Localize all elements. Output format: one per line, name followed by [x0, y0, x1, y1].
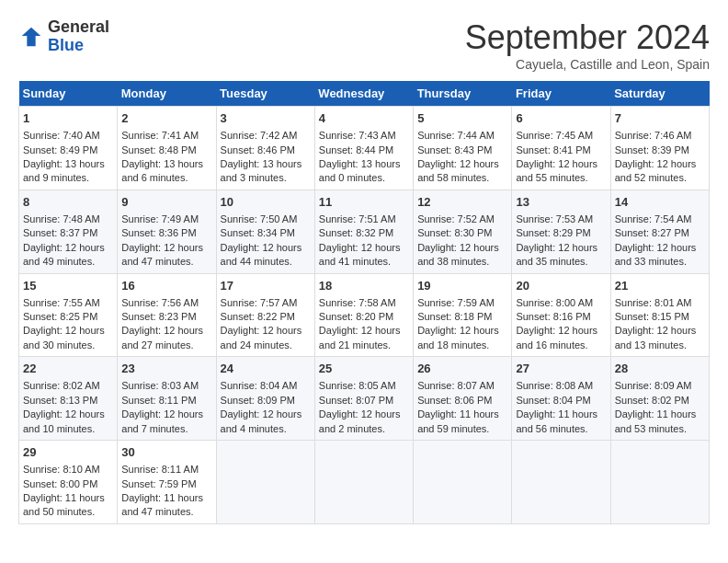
day-header-thursday: Thursday	[414, 81, 512, 107]
calendar-day-16: 16Sunrise: 7:56 AMSunset: 8:23 PMDayligh…	[118, 273, 216, 357]
calendar-day-empty	[610, 441, 709, 524]
calendar-day-empty	[216, 441, 314, 524]
calendar-day-5: 5Sunrise: 7:44 AMSunset: 8:43 PMDaylight…	[414, 107, 512, 190]
calendar-day-2: 2Sunrise: 7:41 AMSunset: 8:48 PMDaylight…	[118, 107, 216, 190]
page-header: General Blue September 2024 Cayuela, Cas…	[18, 18, 710, 72]
calendar-day-8: 8Sunrise: 7:48 AMSunset: 8:37 PMDaylight…	[19, 190, 118, 273]
calendar-day-28: 28Sunrise: 8:09 AMSunset: 8:02 PMDayligh…	[610, 357, 709, 441]
calendar-day-20: 20Sunrise: 8:00 AMSunset: 8:16 PMDayligh…	[512, 273, 610, 357]
calendar-day-15: 15Sunrise: 7:55 AMSunset: 8:25 PMDayligh…	[19, 273, 118, 357]
calendar-day-19: 19Sunrise: 7:59 AMSunset: 8:18 PMDayligh…	[414, 273, 512, 357]
calendar-day-29: 29Sunrise: 8:10 AMSunset: 8:00 PMDayligh…	[19, 441, 118, 524]
calendar-day-9: 9Sunrise: 7:49 AMSunset: 8:36 PMDaylight…	[118, 190, 216, 273]
calendar-day-empty	[512, 441, 610, 524]
calendar-day-18: 18Sunrise: 7:58 AMSunset: 8:20 PMDayligh…	[314, 273, 413, 357]
calendar-day-30: 30Sunrise: 8:11 AMSunset: 7:59 PMDayligh…	[118, 441, 216, 524]
calendar-day-6: 6Sunrise: 7:45 AMSunset: 8:41 PMDaylight…	[512, 107, 610, 190]
calendar-day-12: 12Sunrise: 7:52 AMSunset: 8:30 PMDayligh…	[414, 190, 512, 273]
calendar-day-14: 14Sunrise: 7:54 AMSunset: 8:27 PMDayligh…	[610, 190, 709, 273]
day-header-sunday: Sunday	[19, 81, 118, 107]
day-header-wednesday: Wednesday	[314, 81, 413, 107]
calendar-day-17: 17Sunrise: 7:57 AMSunset: 8:22 PMDayligh…	[216, 273, 314, 357]
day-header-tuesday: Tuesday	[216, 81, 314, 107]
calendar-day-23: 23Sunrise: 8:03 AMSunset: 8:11 PMDayligh…	[118, 357, 216, 441]
calendar-day-empty	[314, 441, 413, 524]
calendar-day-26: 26Sunrise: 8:07 AMSunset: 8:06 PMDayligh…	[414, 357, 512, 441]
location-subtitle: Cayuela, Castille and Leon, Spain	[465, 57, 710, 72]
calendar-header-row: SundayMondayTuesdayWednesdayThursdayFrid…	[19, 81, 710, 107]
calendar-day-11: 11Sunrise: 7:51 AMSunset: 8:32 PMDayligh…	[314, 190, 413, 273]
svg-marker-0	[22, 28, 41, 47]
day-header-friday: Friday	[512, 81, 610, 107]
calendar-week-2: 8Sunrise: 7:48 AMSunset: 8:37 PMDaylight…	[19, 190, 710, 273]
calendar-week-1: 1Sunrise: 7:40 AMSunset: 8:49 PMDaylight…	[19, 107, 710, 190]
calendar-day-27: 27Sunrise: 8:08 AMSunset: 8:04 PMDayligh…	[512, 357, 610, 441]
calendar-day-1: 1Sunrise: 7:40 AMSunset: 8:49 PMDaylight…	[19, 107, 118, 190]
calendar-day-24: 24Sunrise: 8:04 AMSunset: 8:09 PMDayligh…	[216, 357, 314, 441]
logo: General Blue	[18, 18, 109, 55]
day-header-saturday: Saturday	[610, 81, 709, 107]
calendar-week-3: 15Sunrise: 7:55 AMSunset: 8:25 PMDayligh…	[19, 273, 710, 357]
calendar-day-4: 4Sunrise: 7:43 AMSunset: 8:44 PMDaylight…	[314, 107, 413, 190]
calendar-day-7: 7Sunrise: 7:46 AMSunset: 8:39 PMDaylight…	[610, 107, 709, 190]
logo-general-text: General	[48, 17, 109, 36]
calendar-day-25: 25Sunrise: 8:05 AMSunset: 8:07 PMDayligh…	[314, 357, 413, 441]
calendar-day-3: 3Sunrise: 7:42 AMSunset: 8:46 PMDaylight…	[216, 107, 314, 190]
calendar-day-10: 10Sunrise: 7:50 AMSunset: 8:34 PMDayligh…	[216, 190, 314, 273]
logo-blue-text: Blue	[48, 36, 84, 54]
title-block: September 2024 Cayuela, Castille and Leo…	[465, 18, 710, 72]
calendar-table: SundayMondayTuesdayWednesdayThursdayFrid…	[18, 81, 710, 524]
calendar-day-22: 22Sunrise: 8:02 AMSunset: 8:13 PMDayligh…	[19, 357, 118, 441]
calendar-day-13: 13Sunrise: 7:53 AMSunset: 8:29 PMDayligh…	[512, 190, 610, 273]
calendar-week-4: 22Sunrise: 8:02 AMSunset: 8:13 PMDayligh…	[19, 357, 710, 441]
logo-icon	[18, 24, 44, 50]
calendar-day-empty	[414, 441, 512, 524]
calendar-day-21: 21Sunrise: 8:01 AMSunset: 8:15 PMDayligh…	[610, 273, 709, 357]
calendar-week-5: 29Sunrise: 8:10 AMSunset: 8:00 PMDayligh…	[19, 441, 710, 524]
day-header-monday: Monday	[118, 81, 216, 107]
month-title: September 2024	[465, 18, 710, 57]
